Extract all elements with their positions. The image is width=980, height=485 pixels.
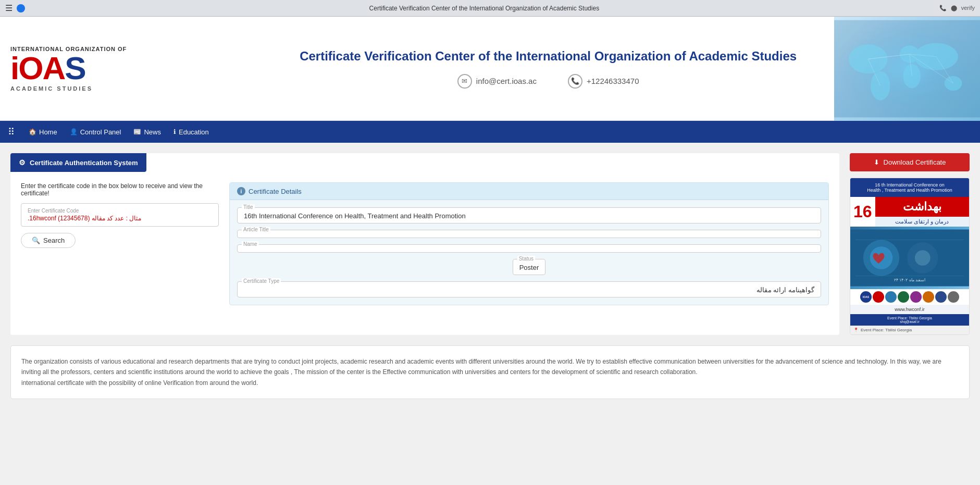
email-contact: ✉ info@cert.ioas.ac [457, 74, 537, 89]
contact-row: ✉ info@cert.ioas.ac 📞 +12246333470 [457, 74, 639, 89]
cert-instruction: Enter the certificate code in the box be… [21, 182, 219, 197]
cert-form: Enter the certificate code in the box be… [21, 182, 219, 305]
field-status: Status Poster [513, 259, 546, 275]
cert-details-body: Title 16th International Conference on H… [230, 200, 828, 305]
browser-bar: ☰ Certificate Verification Center of the… [0, 0, 980, 17]
poster-top-bar: 16 th International Conference on Health… [850, 178, 969, 197]
cert-panel-header: ⚙ Certificate Authentication System [10, 153, 146, 172]
nav-control-panel[interactable]: 👤 Control Panel [64, 121, 128, 143]
name-value [244, 248, 814, 249]
field-name: Name [237, 244, 821, 253]
logo-letter-o: O [18, 50, 42, 86]
browser-logo [17, 4, 25, 13]
cert-code-label: Enter Certificate Code [28, 208, 212, 214]
search-icon: 🔍 [32, 237, 40, 244]
title-label: Title [242, 204, 255, 210]
logo-letter-a: A [42, 50, 65, 86]
logo-letter-s: S [65, 50, 85, 86]
poster-mid-row: 16 بهداشت درمان و ارتقای سلامت [850, 197, 969, 227]
location-text: Event Place: Tbilisi Georgia [861, 328, 912, 332]
article-title-label: Article Title [242, 227, 270, 232]
poster-logo-3 [898, 291, 909, 303]
cert-body: Enter the certificate code in the box be… [10, 172, 839, 316]
phone-text: +12246333470 [587, 77, 639, 85]
poster-location-bar: 📍 Event Place: Tbilisi Georgia [850, 326, 969, 334]
nav-control-panel-label: Control Panel [80, 128, 121, 136]
download-certificate-button[interactable]: ⬇ Download Certificate [850, 153, 970, 171]
svg-point-5 [871, 71, 890, 101]
poster-logo-4 [910, 291, 922, 303]
browser-action-icons: 📞 ⬤ verify [939, 5, 975, 11]
browser-menu-icon[interactable]: ☰ [5, 3, 13, 13]
svg-point-18 [915, 250, 931, 266]
nav-news-label: News [144, 128, 161, 136]
nav-education[interactable]: ℹ Education [167, 121, 215, 143]
poster-conf-number: 16 [850, 197, 875, 227]
field-cert-type: Certificate Type گواهینامه ارائه مقاله [237, 281, 821, 297]
nav-news[interactable]: 📰 News [127, 121, 167, 143]
poster-logo-5 [923, 291, 934, 303]
main-navbar: ⠿ 🏠 Home 👤 Control Panel 📰 News ℹ Educat… [0, 121, 980, 143]
home-icon: 🏠 [29, 128, 36, 135]
download-icon: ⬇ [874, 158, 879, 166]
phone-icon: 📞 [939, 5, 947, 11]
poster-logo-1 [873, 291, 884, 303]
news-icon: 📰 [133, 128, 141, 135]
circle-icon: ⬤ [951, 5, 957, 11]
logo-ioas: iOAS [10, 52, 85, 84]
poster-website: www.hwconf.ir [850, 305, 969, 314]
cert-type-value: گواهینامه ارائه مقاله [244, 285, 814, 294]
field-article-title: Article Title [237, 230, 821, 238]
status-label: Status [517, 256, 535, 262]
poster-footer: Event Place: Tbilisi Georgia shq@asaf.ir [850, 314, 969, 326]
cert-details-title: Certificate Details [249, 188, 302, 195]
poster-image: ۲۴ اسفند ماه ۱۴۰۲ [850, 227, 969, 289]
education-icon: ℹ [173, 128, 176, 135]
nav-education-label: Education [179, 128, 209, 136]
world-map-decoration [834, 17, 980, 121]
article-title-value [244, 233, 814, 234]
poster-logo-6 [935, 291, 947, 303]
search-label: Search [43, 237, 65, 244]
phone-contact: 📞 +12246333470 [568, 74, 639, 89]
poster-logo-2 [885, 291, 897, 303]
email-icon: ✉ [457, 74, 472, 89]
download-label: Download Certificate [884, 158, 946, 166]
nav-home-label: Home [39, 128, 57, 136]
svg-point-1 [849, 44, 888, 73]
info-icon: i [237, 187, 245, 195]
field-title: Title 16th International Conference on H… [237, 207, 821, 223]
verify-text: verify [961, 5, 975, 11]
logo-letter-i: i [10, 50, 18, 86]
site-header: INTERNATIONAL ORGANIZATION OF iOAS ACADE… [0, 17, 980, 121]
user-icon: 👤 [70, 128, 78, 135]
navbar-grid-icon[interactable]: ⠿ [8, 126, 15, 138]
poster-logos-row: IOAS [850, 289, 969, 305]
poster-logo-ioas: IOAS [860, 291, 872, 303]
footer-section: The organization consists of various edu… [10, 345, 970, 399]
svg-text:۲۴ اسفند ماه ۱۴۰۲: ۲۴ اسفند ماه ۱۴۰۲ [894, 278, 925, 282]
conference-poster: 16 th International Conference on Health… [850, 178, 970, 335]
poster-title-en: 16 th International Conference on Health… [854, 182, 965, 193]
poster-title-fa: بهداشت [875, 197, 969, 217]
status-value: Poster [519, 263, 539, 271]
poster-title-fa-area: بهداشت درمان و ارتقای سلامت [875, 197, 969, 227]
poster-logo-7 [948, 291, 959, 303]
cert-details: i Certificate Details Title 16th Interna… [229, 182, 829, 305]
certificate-panel: ⚙ Certificate Authentication System Ente… [10, 153, 839, 335]
title-value: 16th International Conference on Health,… [244, 211, 814, 220]
location-pin-icon: 📍 [853, 328, 859, 332]
site-title: Certificate Verification Center of the I… [300, 49, 797, 64]
cert-type-label: Certificate Type [242, 278, 281, 284]
poster-location: Event Place: Tbilisi Georgia shq@asaf.ir [887, 316, 932, 324]
main-content: ⚙ Certificate Authentication System Ente… [0, 143, 980, 345]
poster-subtitle-fa: درمان و ارتقای سلامت [875, 217, 969, 227]
footer-text: The organization consists of various edu… [21, 356, 959, 388]
name-label: Name [242, 241, 259, 247]
gear-icon: ⚙ [19, 158, 26, 167]
nav-home[interactable]: 🏠 Home [22, 121, 64, 143]
search-button[interactable]: 🔍 Search [21, 233, 76, 248]
cert-details-header: i Certificate Details [230, 183, 828, 200]
cert-code-input-group: Enter Certificate Code مثال : عدد کد مقا… [21, 203, 219, 227]
phone-icon: 📞 [568, 74, 582, 89]
